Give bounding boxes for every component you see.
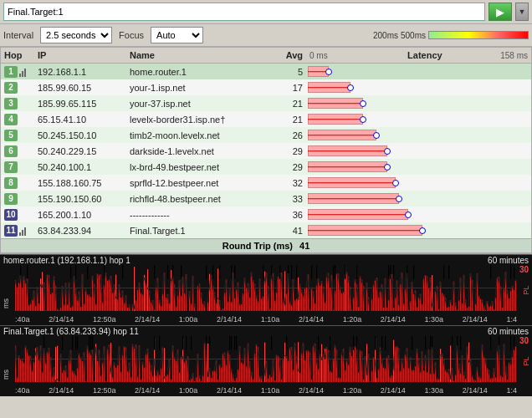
th-ip: IP (34, 49, 126, 61)
hop-number: 9 (4, 193, 18, 205)
x-axis-label: 1:4 (506, 386, 517, 395)
td-ip: 155.188.160.75 (34, 178, 126, 188)
td-latency (306, 159, 531, 175)
latency-line (308, 230, 422, 232)
x-axis-label: 1:4 (506, 315, 517, 324)
table-row[interactable]: 11 63.84.233.94 Final.Target.1 41 (1, 222, 531, 238)
table-row[interactable]: 3 185.99.65.115 your-37.isp.net 21 (1, 95, 531, 111)
table-row[interactable]: 2 185.99.60.15 your-1.isp.net 17 (1, 79, 531, 95)
td-hop: 5 (1, 130, 34, 141)
hop-number: 1 (4, 66, 18, 78)
latency-dot (392, 180, 399, 186)
td-hop: 9 (1, 193, 34, 205)
round-trip-value: 41 (299, 241, 309, 251)
graph-1-title: home.router.1 (192.168.1.1) hop 1 (3, 256, 130, 265)
latency-scale: 200ms 500ms (373, 31, 529, 40)
td-latency (306, 222, 531, 238)
x-axis-label: :40a (15, 386, 30, 395)
latency-dot (360, 100, 366, 107)
td-avg: 29 (273, 162, 306, 172)
top-bar: ▶ ▼ (0, 0, 532, 24)
table-row[interactable]: 5 50.245.150.10 timb2-moon.levelx.net 26 (1, 127, 531, 143)
play-icon: ▶ (496, 6, 504, 18)
x-axis-label: 2/14/14 (135, 315, 160, 324)
td-ip: 192.168.1.1 (34, 67, 126, 77)
td-avg: 41 (273, 226, 306, 236)
x-axis-label: 1:20a (343, 315, 362, 324)
play-button[interactable]: ▶ (489, 3, 512, 21)
graph-1-duration: 60 minutes (488, 256, 529, 265)
td-avg: 5 (273, 67, 306, 77)
latency-line (308, 198, 399, 200)
td-name: Final.Target.1 (126, 226, 273, 236)
x-axis-label: 1:30a (425, 315, 444, 324)
latency-line (308, 87, 350, 89)
graph-2-ymax: 30 (519, 336, 529, 345)
x-axis-label: 1:10a (261, 386, 280, 395)
x-axis-label: 1:10a (261, 315, 280, 324)
table-row[interactable]: 9 155.190.150.60 richfld-48.bestpeer.net… (1, 191, 531, 206)
x-axis-label: 2/14/14 (463, 386, 488, 395)
latency-line (308, 182, 396, 184)
td-avg: 33 (273, 194, 306, 204)
graph-1-pl: PL (522, 285, 530, 294)
td-ip: 185.99.60.15 (34, 83, 126, 93)
dropdown-button[interactable]: ▼ (515, 3, 529, 21)
td-name: home.router.1 (126, 67, 273, 77)
table-row[interactable]: 8 155.188.160.75 sprfld-12.bestpeer.net … (1, 175, 531, 191)
td-latency (306, 95, 531, 111)
td-hop: 1 (1, 66, 34, 78)
chevron-down-icon: ▼ (519, 8, 526, 16)
graph-1-ylabel: ms (2, 267, 10, 308)
round-trip-row: Round Trip (ms) 41 (1, 238, 531, 253)
latency-line (308, 214, 408, 216)
controls-bar: Interval 2.5 seconds 5 seconds 10 second… (0, 24, 532, 47)
table-row[interactable]: 6 50.240.229.15 darkside-1.levelx.net 29 (1, 143, 531, 159)
table-rows: 1 192.168.1.1 home.router.1 5 2 185.99.6… (1, 64, 531, 238)
td-avg: 36 (273, 210, 306, 220)
x-axis-label: 1:20a (343, 386, 362, 395)
table-row[interactable]: 7 50.240.100.1 lx-brd-49.bestpeer.net 29 (1, 159, 531, 175)
table-row[interactable]: 4 65.15.41.10 levelx-border31.isp.ne† 21 (1, 111, 531, 127)
latency-dot (405, 212, 412, 218)
td-latency (306, 175, 531, 191)
td-name: richfld-48.bestpeer.net (126, 194, 273, 204)
td-ip: 155.190.150.60 (34, 194, 126, 204)
graph-2-duration: 60 minutes (488, 327, 529, 336)
td-ip: 65.15.41.10 (34, 115, 126, 125)
scale-bar (428, 31, 529, 39)
focus-label: Focus (119, 30, 144, 40)
interval-select[interactable]: 2.5 seconds 5 seconds 10 seconds (40, 27, 112, 43)
latency-line (308, 103, 363, 104)
latency-dot (384, 164, 391, 171)
graph-panel-1: home.router.1 (192.168.1.1) hop 1 60 min… (0, 254, 532, 325)
td-name: your-1.isp.net (126, 83, 273, 93)
round-trip-label: Round Trip (ms) (223, 241, 293, 251)
latency-158-label: 158 ms (500, 51, 528, 60)
latency-dot (347, 84, 354, 91)
td-hop: 11 (1, 225, 34, 237)
x-axis-label: 1:00a (179, 315, 198, 324)
graph-1-ymax: 30 (519, 265, 529, 274)
table-row[interactable]: 10 165.200.1.10 ------------- 36 (1, 206, 531, 222)
focus-select[interactable]: Auto Manual (151, 27, 203, 43)
td-avg: 21 (273, 115, 306, 125)
target-input[interactable] (3, 3, 485, 21)
td-latency (306, 64, 531, 79)
td-latency (306, 206, 531, 222)
td-hop: 8 (1, 177, 34, 189)
td-name: levelx-border31.isp.ne† (126, 115, 273, 125)
x-axis-label: 2/14/14 (381, 386, 406, 395)
graph-2-ylabel: ms (2, 338, 10, 380)
latency-line (308, 150, 387, 152)
td-avg: 21 (273, 99, 306, 109)
table-header: Hop IP Name Avg 0 ms Latency 158 ms (1, 48, 531, 64)
graph-2-title: Final.Target.1 (63.84.233.94) hop 11 (3, 327, 139, 336)
latency-dot (419, 227, 426, 234)
latency-line (308, 135, 376, 136)
table-row[interactable]: 1 192.168.1.1 home.router.1 5 (1, 64, 531, 79)
td-latency (306, 127, 531, 143)
latency-dot (373, 132, 380, 139)
x-axis-label: 2/14/14 (217, 315, 242, 324)
latency-line (308, 166, 387, 168)
